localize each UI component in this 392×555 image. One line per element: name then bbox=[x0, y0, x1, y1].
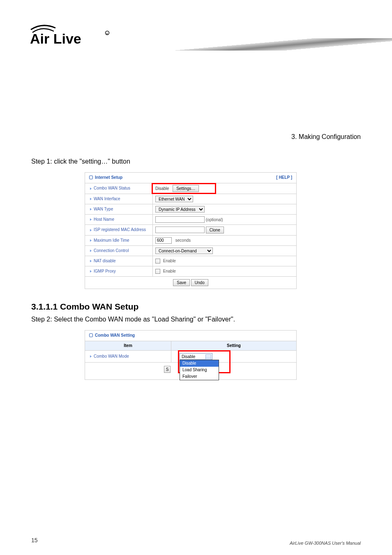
label-igmp-proxy: IGMP Proxy bbox=[94, 269, 116, 273]
section-icon bbox=[89, 176, 93, 179]
host-name-note: (optional) bbox=[206, 217, 223, 222]
triangle-icon bbox=[90, 250, 92, 252]
triangle-icon bbox=[90, 198, 92, 200]
step-1-text: Step 1: click the "setting…" button bbox=[31, 157, 361, 166]
triangle-icon bbox=[90, 239, 92, 242]
triangle-icon bbox=[90, 187, 92, 190]
row-conn-ctrl: Connection Control Connect-on-Demand bbox=[85, 245, 297, 256]
row-combo-wan-status: Combo WAN Status Disable Settings… bbox=[85, 183, 297, 194]
row-wan-interface: WAN Interface Ethernet WAN bbox=[85, 194, 297, 204]
chapter-label: 3. Making Configuration bbox=[31, 132, 361, 141]
combo-wan-mode-select[interactable]: Disable Disable Load Sharing Failover bbox=[180, 353, 212, 360]
max-idle-input[interactable] bbox=[155, 237, 172, 244]
undo-button[interactable]: Undo bbox=[191, 279, 208, 286]
step-2-text: Step 2: Select the Combo WAN mode as "Lo… bbox=[31, 315, 361, 324]
igmp-proxy-checkbox-label: Enable bbox=[163, 269, 176, 273]
label-nat-disable: NAT disable bbox=[94, 259, 116, 263]
svg-text:Air Live: Air Live bbox=[30, 31, 81, 46]
label-wan-type: WAN Type bbox=[94, 207, 113, 211]
row-igmp-proxy: IGMP Proxy Enable bbox=[85, 266, 297, 276]
combo-wan-table: Combo WAN Setting Item Setting Combo WAN… bbox=[85, 330, 297, 380]
igmp-proxy-checkbox[interactable] bbox=[155, 269, 160, 274]
page-number: 15 bbox=[31, 537, 38, 543]
triangle-icon bbox=[90, 260, 92, 262]
combo-wan-status-value: Disable bbox=[155, 186, 169, 191]
section-title-text: Internet Setup bbox=[95, 175, 122, 180]
dropdown-option-disable[interactable]: Disable bbox=[180, 360, 219, 367]
triangle-icon bbox=[90, 218, 92, 221]
svg-text:R: R bbox=[106, 32, 108, 35]
help-link[interactable]: [ HELP ] bbox=[276, 175, 292, 180]
max-idle-suffix: seconds bbox=[175, 238, 191, 243]
combo-wan-title-text: Combo WAN Setting bbox=[95, 333, 135, 338]
label-isp-mac: ISP registered MAC Address bbox=[94, 227, 146, 232]
label-combo-wan-mode: Combo WAN Mode bbox=[94, 354, 129, 358]
dropdown-list: Disable Load Sharing Failover bbox=[180, 360, 219, 380]
label-wan-interface: WAN Interface bbox=[94, 197, 120, 201]
section-heading: 3.1.1.1 Combo WAN Setup bbox=[31, 301, 361, 312]
internet-setup-title: Internet Setup bbox=[89, 175, 122, 180]
col-setting: Setting bbox=[171, 341, 297, 351]
label-conn-ctrl: Connection Control bbox=[94, 248, 129, 253]
triangle-icon bbox=[90, 270, 92, 273]
wan-type-select[interactable]: Dynamic IP Address bbox=[155, 206, 205, 213]
triangle-icon bbox=[90, 229, 92, 231]
header-swoosh-graphic bbox=[120, 38, 392, 51]
triangle-icon bbox=[90, 208, 92, 210]
airlive-logo: Air Live R bbox=[30, 24, 118, 46]
host-name-input[interactable] bbox=[155, 216, 205, 223]
nat-disable-checkbox-label: Enable bbox=[163, 259, 176, 263]
footer-line-1: AirLive GW-300NAS User's Manual bbox=[290, 540, 361, 546]
label-host-name: Host Name bbox=[94, 217, 114, 222]
dropdown-option-failover[interactable]: Failover bbox=[180, 373, 219, 380]
save-button[interactable]: Save bbox=[173, 279, 190, 286]
label-max-idle: Maximum Idle Time bbox=[94, 238, 129, 243]
internet-setup-header-row: Internet Setup [ HELP ] bbox=[85, 172, 297, 183]
triangle-icon bbox=[90, 355, 92, 358]
row-isp-mac: ISP registered MAC Address Clone bbox=[85, 224, 297, 235]
wan-interface-select[interactable]: Ethernet WAN bbox=[155, 196, 193, 202]
row-nat-disable: NAT disable Enable bbox=[85, 256, 297, 266]
page-header: Air Live R bbox=[0, 0, 392, 68]
actions-row: Save Undo bbox=[85, 276, 297, 289]
conn-ctrl-select[interactable]: Connect-on-Demand bbox=[155, 247, 213, 254]
row-host-name: Host Name (optional) bbox=[85, 214, 297, 224]
label-combo-wan-status: Combo WAN Status bbox=[94, 186, 130, 190]
internet-setup-table: Internet Setup [ HELP ] Combo WAN Status… bbox=[85, 172, 297, 289]
dropdown-current: Disable bbox=[180, 353, 212, 360]
document-body: 3. Making Configuration Step 1: click th… bbox=[0, 68, 392, 380]
save-button-partial[interactable]: S bbox=[164, 366, 171, 373]
row-max-idle: Maximum Idle Time seconds bbox=[85, 235, 297, 245]
settings-button[interactable]: Settings… bbox=[173, 185, 199, 192]
section-icon bbox=[89, 333, 93, 337]
clone-button[interactable]: Clone bbox=[206, 227, 224, 234]
isp-mac-input[interactable] bbox=[155, 227, 205, 233]
dropdown-option-load-sharing[interactable]: Load Sharing bbox=[180, 367, 219, 373]
combo-wan-header-row: Combo WAN Setting bbox=[85, 330, 297, 341]
combo-wan-title: Combo WAN Setting bbox=[89, 333, 135, 338]
combo-columns-row: Item Setting bbox=[85, 341, 297, 351]
row-wan-type: WAN Type Dynamic IP Address bbox=[85, 204, 297, 214]
nat-disable-checkbox[interactable] bbox=[155, 259, 160, 264]
row-combo-wan-mode: Combo WAN Mode Disable Disable Load Shar… bbox=[85, 351, 297, 363]
col-item: Item bbox=[85, 341, 171, 351]
footer-text: AirLive GW-300NAS User's Manual bbox=[290, 540, 361, 546]
